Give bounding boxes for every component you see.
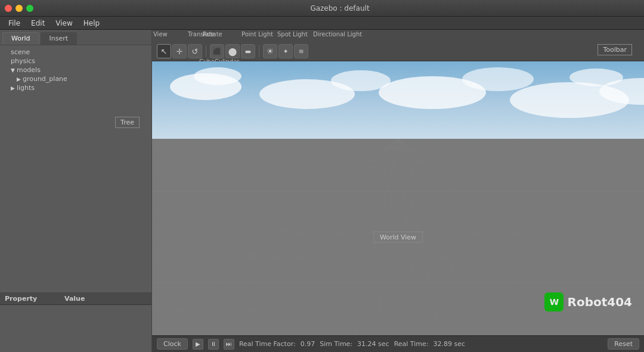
watermark-text: Robot404 <box>567 295 632 309</box>
chevron-down-icon: ▼ <box>11 67 15 73</box>
real-time-value: 32.89 sec <box>433 340 465 348</box>
close-button[interactable] <box>5 5 12 12</box>
toolbar-label: Toolbar <box>597 44 632 55</box>
menu-help[interactable]: Help <box>79 18 104 29</box>
cube-insert-button[interactable]: ⬛ <box>210 44 224 58</box>
toolbar-area: Translate View Rotate Point Light Spot L… <box>152 30 644 61</box>
sim-time-value: 31.24 sec <box>357 340 389 348</box>
reset-button[interactable]: Reset <box>608 338 639 350</box>
menu-edit[interactable]: Edit <box>26 18 49 29</box>
tree-item-models[interactable]: ▼models <box>2 66 149 74</box>
statusbar: Clock ▶ ⏸ ⏭ Real Time Factor: 0.97 Sim T… <box>152 335 644 352</box>
properties-header: Property Value <box>0 293 151 305</box>
properties-panel: Property Value <box>0 292 151 352</box>
tab-world[interactable]: World <box>2 32 39 45</box>
cloud <box>194 67 242 85</box>
main-layout: World Insert scene physics ▼models ▶grou… <box>0 30 644 352</box>
menubar: File Edit View Help <box>0 17 644 30</box>
svg-line-16 <box>193 139 398 335</box>
tree-panel: scene physics ▼models ▶ground_plane ▶lig… <box>0 45 151 292</box>
maximize-button[interactable] <box>26 5 33 12</box>
chevron-right-icon: ▶ <box>17 76 21 82</box>
sim-time-label: Sim Time: <box>320 340 352 348</box>
minimize-button[interactable] <box>16 5 23 12</box>
sky <box>152 61 644 139</box>
tree-label: Tree <box>115 117 140 128</box>
left-panel: World Insert scene physics ▼models ▶grou… <box>0 30 152 352</box>
svg-line-10 <box>152 139 398 335</box>
grid-button[interactable]: ≋ <box>294 44 308 58</box>
cloud <box>462 67 534 91</box>
menu-view[interactable]: View <box>51 18 77 29</box>
world-tabs: World Insert <box>0 30 151 45</box>
menu-file[interactable]: File <box>4 18 25 29</box>
chevron-right-icon: ▶ <box>11 85 15 91</box>
rotate-label: Rotate <box>203 31 222 38</box>
right-area: Translate View Rotate Point Light Spot L… <box>152 30 644 352</box>
sphere-insert-button[interactable]: ⬤ <box>225 44 240 58</box>
window-controls <box>5 5 33 12</box>
clock-button[interactable]: Clock <box>157 338 188 350</box>
sun-button[interactable]: ☀ <box>263 44 277 58</box>
value-col-header: Value <box>60 293 89 304</box>
view-label: View <box>153 31 168 38</box>
rotate-tool-button[interactable]: ↺ <box>188 44 202 58</box>
tree-item-scene[interactable]: scene <box>2 48 149 57</box>
directional-light-label: Directional Light <box>313 31 362 38</box>
real-time-factor-label: Real Time Factor: <box>239 340 296 348</box>
tree-item-physics[interactable]: physics <box>2 57 149 66</box>
toolbar-separator-2 <box>259 45 259 57</box>
toolbar-icons: ↖ ✛ ↺ ⬛ ⬤ ▬ ☀ ✦ ≋ Toolbar Cube Sphere Cy… <box>152 42 644 61</box>
app-title: Gazebo : default <box>41 4 639 13</box>
cylinder-insert-button[interactable]: ▬ <box>241 44 255 58</box>
select-tool-button[interactable]: ↖ <box>157 44 171 58</box>
spot-light-label: Spot Light <box>277 31 308 38</box>
tree-item-ground-plane[interactable]: ▶ground_plane <box>2 74 149 83</box>
property-col-header: Property <box>0 293 60 304</box>
point-light-button[interactable]: ✦ <box>278 44 293 58</box>
pause-button[interactable]: ⏸ <box>208 339 219 350</box>
point-light-label: Point Light <box>242 31 273 38</box>
step-button[interactable]: ⏭ <box>224 339 234 350</box>
world-view[interactable]: World View W Robot404 <box>152 61 644 335</box>
tab-insert[interactable]: Insert <box>41 32 78 45</box>
play-button[interactable]: ▶ <box>193 339 203 350</box>
real-time-factor-value: 0.97 <box>301 340 315 348</box>
titlebar: Gazebo : default <box>0 0 644 17</box>
toolbar-annotations: Translate View Rotate Point Light Spot L… <box>152 30 644 42</box>
translate-tool-button[interactable]: ✛ <box>172 44 187 58</box>
watermark: W Robot404 <box>544 292 632 311</box>
world-view-label: World View <box>373 232 423 243</box>
watermark-icon: W <box>544 292 564 311</box>
real-time-label: Real Time: <box>394 340 429 348</box>
toolbar-separator-1 <box>206 45 206 57</box>
tree-item-lights[interactable]: ▶lights <box>2 83 149 92</box>
